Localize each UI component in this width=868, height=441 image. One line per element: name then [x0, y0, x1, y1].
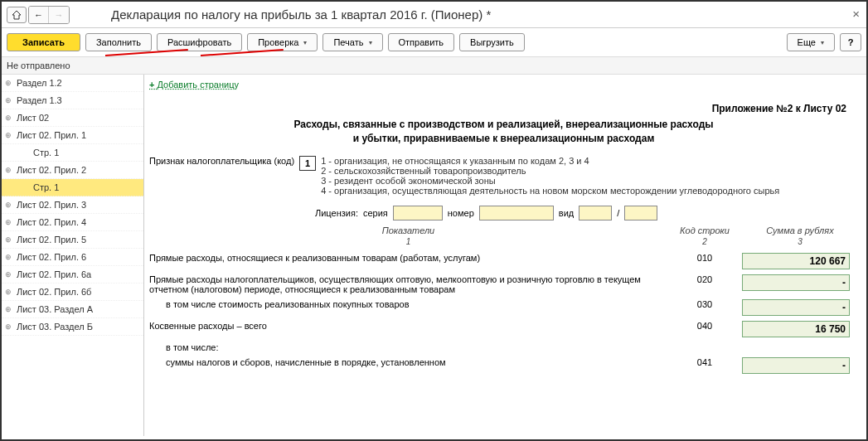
- sidebar-item[interactable]: ⊕Лист 02. Прил. 3: [2, 196, 143, 214]
- license-number-input[interactable]: [479, 206, 554, 220]
- sidebar-item[interactable]: ⊕Лист 02. Прил. 6а: [2, 266, 143, 284]
- row-code: 040: [667, 321, 742, 331]
- close-icon: ×: [852, 7, 860, 21]
- sidebar-item[interactable]: ⊕Раздел 1.2: [2, 75, 143, 92]
- data-row: в том числе стоимость реализованных поку…: [149, 299, 858, 316]
- nav-group: ← →: [28, 6, 70, 24]
- sidebar-item[interactable]: ⊕Лист 02. Прил. 4: [2, 214, 143, 231]
- sidebar[interactable]: ⊕Раздел 1.2⊕Раздел 1.3⊕Лист 02⊕Лист 02. …: [2, 75, 144, 436]
- data-rows: Прямые расходы, относящиеся к реализован…: [149, 253, 858, 374]
- license-series-input[interactable]: [393, 206, 443, 220]
- chevron-down-icon: ▾: [369, 39, 372, 46]
- license-series-label: серия: [363, 208, 388, 218]
- expand-icon[interactable]: ⊕: [5, 235, 12, 244]
- decrypt-button[interactable]: Расшифровать: [157, 33, 242, 51]
- arrow-right-icon: →: [55, 10, 64, 20]
- row-code: 020: [667, 274, 742, 284]
- check-label: Проверка: [258, 37, 298, 47]
- expand-icon[interactable]: ⊕: [5, 166, 12, 174]
- amount-input[interactable]: [742, 274, 850, 291]
- help-button[interactable]: ?: [840, 33, 861, 51]
- row-label: Прямые расходы налогоплательщиков, осуще…: [149, 274, 667, 294]
- main-area: ⊕Раздел 1.2⊕Раздел 1.3⊕Лист 02⊕Лист 02. …: [2, 75, 866, 436]
- license-type-input-2[interactable]: [624, 206, 657, 220]
- expand-icon[interactable]: ⊕: [5, 288, 12, 296]
- sidebar-item-label: Лист 02. Прил. 4: [17, 217, 86, 227]
- row-value-cell: [742, 299, 858, 316]
- print-label: Печать: [333, 37, 363, 47]
- content-area[interactable]: Добавить страницу Приложение №2 к Листу …: [144, 75, 866, 436]
- print-button[interactable]: Печать ▾: [322, 33, 382, 51]
- expand-icon[interactable]: ⊕: [5, 96, 12, 104]
- expand-icon[interactable]: ⊕: [5, 79, 12, 87]
- sidebar-item-label: Раздел 1.3: [17, 95, 62, 105]
- chevron-down-icon: ▾: [821, 39, 824, 46]
- row-label: Косвенные расходы – всего: [149, 321, 667, 331]
- expand-icon[interactable]: ⊕: [5, 253, 12, 261]
- column-numbers: 1 2 3: [149, 237, 858, 246]
- expand-icon[interactable]: ⊕: [5, 305, 12, 313]
- forward-button[interactable]: →: [49, 7, 69, 23]
- sidebar-item[interactable]: ⊕Лист 03. Раздел А: [2, 301, 143, 318]
- sidebar-item-label: Стр. 1: [33, 148, 59, 158]
- sidebar-item-label: Лист 02. Прил. 6: [17, 252, 86, 262]
- close-button[interactable]: ×: [852, 7, 860, 21]
- sidebar-item-label: Лист 02. Прил. 6а: [17, 269, 91, 279]
- expand-icon[interactable]: ⊕: [5, 131, 12, 139]
- sidebar-item[interactable]: ⊕Лист 02. Прил. 6б: [2, 284, 143, 301]
- license-number-label: номер: [448, 208, 474, 218]
- row-code: 010: [667, 253, 742, 263]
- amount-input[interactable]: [742, 357, 850, 374]
- sidebar-item[interactable]: Стр. 1: [2, 179, 143, 196]
- send-button[interactable]: Отправить: [388, 33, 455, 51]
- row-value-cell: [742, 253, 858, 269]
- amount-input[interactable]: [742, 299, 850, 316]
- expand-icon[interactable]: ⊕: [5, 218, 12, 226]
- code-note: 2 - сельскохозяйственный товаропроизводи…: [321, 166, 858, 176]
- sidebar-item[interactable]: ⊕Лист 02. Прил. 1: [2, 127, 143, 144]
- row-label: суммы налогов и сборов, начисленные в по…: [149, 357, 667, 367]
- sidebar-item[interactable]: Стр. 1: [2, 144, 143, 162]
- sidebar-item[interactable]: ⊕Лист 03. Раздел Б: [2, 318, 143, 336]
- data-row: в том числе:: [149, 342, 858, 352]
- sidebar-item-label: Лист 02. Прил. 5: [17, 235, 86, 245]
- row-label: Прямые расходы, относящиеся к реализован…: [149, 253, 667, 263]
- row-code: 041: [667, 357, 742, 367]
- sidebar-item-label: Лист 03. Раздел Б: [17, 322, 93, 332]
- license-type-input-1[interactable]: [579, 206, 612, 220]
- export-button[interactable]: Выгрузить: [459, 33, 525, 51]
- status-bar: Не отправлено: [2, 57, 866, 75]
- home-icon: [12, 10, 22, 20]
- amount-input[interactable]: [742, 253, 850, 269]
- sidebar-item[interactable]: ⊕Лист 02. Прил. 5: [2, 231, 143, 249]
- expand-icon[interactable]: ⊕: [5, 201, 12, 209]
- sidebar-item[interactable]: ⊕Раздел 1.3: [2, 92, 143, 109]
- fill-button[interactable]: Заполнить: [85, 33, 152, 51]
- license-type-label: вид: [559, 208, 574, 218]
- code-notes: 1 - организация, не относящаяся к указан…: [321, 156, 858, 196]
- taxpayer-code-box[interactable]: 1: [299, 156, 316, 171]
- amount-input[interactable]: [742, 321, 850, 337]
- arrow-left-icon: ←: [34, 10, 43, 20]
- row-value-cell: [742, 274, 858, 291]
- sidebar-item-label: Лист 03. Раздел А: [17, 304, 93, 314]
- row-label: в том числе:: [149, 342, 667, 352]
- expand-icon[interactable]: ⊕: [5, 270, 12, 279]
- license-row: Лицензия: серия номер вид /: [315, 206, 858, 220]
- sidebar-item-label: Лист 02. Прил. 1: [17, 130, 86, 140]
- sidebar-item[interactable]: ⊕Лист 02: [2, 109, 143, 127]
- expand-icon[interactable]: ⊕: [5, 114, 12, 122]
- sidebar-item[interactable]: ⊕Лист 02. Прил. 6: [2, 249, 143, 266]
- appendix-header: Приложение №2 к Листу 02: [149, 103, 846, 114]
- back-button[interactable]: ←: [29, 7, 49, 23]
- titlebar: ← → Декларация по налогу на прибыль за 1…: [2, 2, 866, 28]
- save-button[interactable]: Записать: [7, 33, 80, 51]
- row-value-cell: [742, 321, 858, 337]
- sidebar-item-label: Раздел 1.2: [17, 78, 62, 88]
- sidebar-item[interactable]: ⊕Лист 02. Прил. 2: [2, 162, 143, 179]
- more-button[interactable]: Еще ▾: [787, 33, 835, 51]
- sidebar-item-label: Лист 02. Прил. 3: [17, 200, 86, 210]
- home-button[interactable]: [7, 7, 27, 23]
- expand-icon[interactable]: ⊕: [5, 322, 12, 331]
- add-page-link[interactable]: Добавить страницу: [149, 80, 239, 90]
